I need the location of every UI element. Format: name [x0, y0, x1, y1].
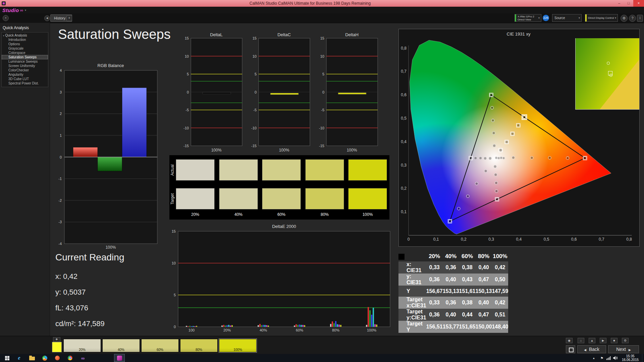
- sidebar-item-options[interactable]: Options: [2, 42, 48, 46]
- table-row-target-y-cie31: Target y:CIE310,360,400,440,470,51: [398, 309, 508, 321]
- svg-text:2: 2: [60, 112, 62, 116]
- sidebar-item-colorchecker[interactable]: ColorChecker: [2, 68, 48, 72]
- svg-text:0,2: 0,2: [461, 237, 467, 242]
- svg-text:15: 15: [320, 36, 324, 40]
- source-selector[interactable]: Source ▾: [552, 14, 582, 22]
- svg-text:0: 0: [255, 90, 257, 94]
- history-back-button[interactable]: ◀: [44, 15, 50, 21]
- stop-mini-button[interactable]: ■: [611, 338, 618, 343]
- sidebar-item-3d-cube-lut[interactable]: 3D Cube LUT: [2, 77, 48, 81]
- table-row-y-cie31: y: CIE310,360,400,430,470,50: [398, 274, 508, 286]
- sidebar-item-grayscale[interactable]: Grayscale: [2, 46, 48, 51]
- source-label: Source: [552, 16, 565, 20]
- internet-explorer-icon: e: [18, 355, 20, 361]
- svg-text:0,1: 0,1: [401, 209, 407, 214]
- cie-title: CIE 1931 xy: [485, 32, 552, 37]
- tree-expand-icon: ▾: [3, 35, 4, 37]
- svg-text:0,8: 0,8: [626, 237, 632, 242]
- svg-text:-10: -10: [251, 126, 257, 130]
- taskbar-calman-active[interactable]: [114, 354, 125, 362]
- sidebar-item-colorspace[interactable]: Colorspace: [2, 51, 48, 55]
- svg-text:0,1: 0,1: [433, 237, 439, 242]
- svg-text:-15: -15: [183, 144, 189, 148]
- pattern-swatch-20%[interactable]: 20%: [63, 339, 101, 352]
- taskbar-internet-explorer[interactable]: e: [14, 354, 24, 362]
- rgb-balance-chart: 43210-1-2-3-4: [50, 67, 159, 248]
- svg-text:0,5: 0,5: [401, 116, 407, 121]
- sidebar-item-spectral-power-dist[interactable]: Spectral Power Dist.: [2, 81, 48, 85]
- pattern-swatch-label: 20%: [64, 348, 101, 352]
- close-button[interactable]: ×: [633, 0, 644, 7]
- delta-h-xlabel: 100%: [332, 148, 372, 153]
- measurement-count-badge[interactable]: 226: [543, 15, 549, 21]
- meter-selector[interactable]: X-Rite i1Pro 2 Direct View ▾: [515, 14, 541, 22]
- sidebar-item-introduction[interactable]: Introduction: [2, 38, 48, 42]
- help-button[interactable]: ?: [629, 15, 636, 22]
- tree-root-quick-analysis[interactable]: ▾Quick Analysis: [2, 33, 48, 38]
- add-tab-button[interactable]: +: [66, 15, 72, 21]
- taskbar-desktop-app[interactable]: [52, 354, 62, 362]
- svg-text:0,4: 0,4: [401, 139, 407, 144]
- settings-gear-button[interactable]: ⚙: [621, 15, 628, 22]
- inset-current-point-icon: [609, 74, 612, 77]
- system-clock[interactable]: 15:35 16.06.2015: [620, 354, 641, 362]
- start-button[interactable]: [2, 354, 12, 362]
- svg-text:-5: -5: [185, 108, 189, 112]
- back-button[interactable]: ◀Back: [577, 345, 606, 353]
- display-control-selector[interactable]: Direct Display Control ▾: [585, 14, 618, 22]
- pattern-swatch-100%[interactable]: 100%: [219, 339, 257, 352]
- taskbar-visual-studio[interactable]: ∞: [78, 354, 88, 362]
- pattern-window-button[interactable]: [566, 345, 575, 353]
- table-row-target-y: Target Y156,51153,77151,65150,00148,40: [398, 321, 508, 333]
- home-mini-button[interactable]: ⌂: [578, 338, 584, 343]
- pattern-swatch-80%[interactable]: 80%: [180, 339, 218, 352]
- maximize-button[interactable]: □: [624, 0, 633, 7]
- play-mini-button[interactable]: ▶: [600, 338, 606, 343]
- next-button[interactable]: Next▶: [608, 345, 639, 353]
- svg-text:10: 10: [320, 54, 324, 58]
- chevron-up-icon: ▴: [593, 356, 595, 360]
- svg-text:20%: 20%: [223, 328, 231, 332]
- up-mini-button[interactable]: ▲: [589, 338, 595, 343]
- pattern-swatch-60%[interactable]: 60%: [141, 339, 179, 352]
- current-reading-x: x: 0,42: [55, 272, 77, 281]
- current-reading-title: Current Reading: [55, 252, 124, 263]
- record-mini-button[interactable]: ◉: [566, 338, 573, 343]
- actual-swatch-60%: [262, 159, 301, 181]
- back-arrow-icon: ◀: [584, 348, 586, 352]
- windows-logo-icon: [5, 356, 9, 360]
- inset-measured-point-icon: [607, 62, 610, 65]
- capture-button[interactable]: ✚: [53, 337, 60, 342]
- sidebar-item-angularity[interactable]: Angularity: [2, 72, 48, 77]
- sidebar-item-luminance-sweeps[interactable]: Luminance Sweeps: [2, 59, 48, 64]
- taskbar-chrome[interactable]: [65, 354, 75, 362]
- network-button[interactable]: [606, 354, 611, 362]
- windows-taskbar: e ∞ ▴ ⚑ 15:35 16.06.2015: [0, 354, 644, 362]
- studio-logo[interactable]: Studio: [2, 7, 19, 13]
- session-menu-button[interactable]: ●: [3, 15, 9, 21]
- volume-button[interactable]: [613, 354, 618, 362]
- svg-text:0: 0: [408, 237, 410, 242]
- calman-app-window: CalMAN Studio CalMAN Ultimate for Busine…: [0, 0, 644, 362]
- info-button[interactable]: i: [637, 15, 643, 22]
- sidebar-item-screen-uniformity[interactable]: Screen Uniformity: [2, 64, 48, 68]
- chevron-down-icon[interactable]: ▾: [25, 9, 26, 12]
- svg-text:0,4: 0,4: [516, 237, 522, 242]
- minimize-button[interactable]: –: [614, 0, 624, 7]
- taskbar-media-player[interactable]: [40, 354, 50, 362]
- pattern-swatch-40%[interactable]: 40%: [102, 339, 140, 352]
- calman-app-icon: [117, 356, 122, 361]
- svg-text:4: 4: [60, 68, 62, 72]
- sidebar-item-saturation-sweeps[interactable]: Saturation Sweeps: [2, 55, 48, 59]
- show-desktop-button[interactable]: [642, 354, 644, 362]
- taskbar-file-explorer[interactable]: [27, 354, 37, 362]
- table-header-cell: 60%: [459, 251, 476, 261]
- action-center-button[interactable]: ⚑: [600, 354, 603, 362]
- chevron-down-icon: ▾: [615, 16, 616, 19]
- svg-text:-2: -2: [58, 198, 62, 202]
- svg-text:5: 5: [174, 293, 176, 297]
- svg-text:40%: 40%: [260, 328, 267, 332]
- swatch-column-label: 100%: [348, 212, 387, 217]
- settings-mini-button[interactable]: ⚙: [622, 338, 629, 343]
- tray-expand-button[interactable]: ▴: [593, 354, 595, 362]
